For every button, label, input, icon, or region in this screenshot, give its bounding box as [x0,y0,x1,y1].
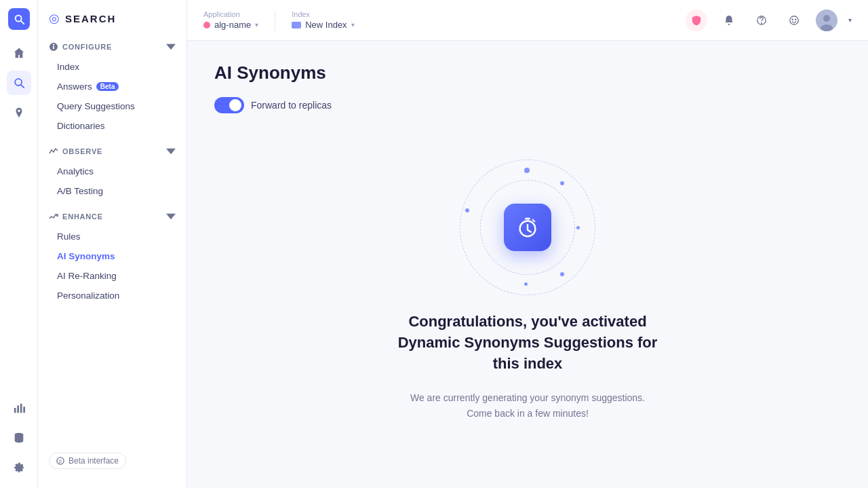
index-chevron-icon: ▾ [351,21,355,29]
sidebar: ◎ SEARCH CONFIGURE Index Answers Beta Qu… [38,0,187,488]
sidebar-footer: β Beta interface [38,445,186,477]
sidebar-item-analytics[interactable]: Analytics [38,162,186,181]
svg-line-3 [21,85,24,88]
beta-interface-button[interactable]: β Beta interface [49,453,126,469]
sidebar-item-query-suggestions[interactable]: Query Suggestions [38,96,186,116]
enhance-header[interactable]: ENHANCE [38,206,186,227]
illustration-section: Congratulations, you've activated Dynami… [214,146,841,421]
dot-right [576,226,580,229]
sidebar-item-dictionaries[interactable]: Dictionaries [38,116,186,136]
page-title: AI Synonyms [214,62,841,83]
sidebar-item-rules[interactable]: Rules [38,227,186,246]
toggle-label: Forward to replicas [251,100,332,111]
app-dot-icon [203,22,210,29]
svg-text:β: β [59,459,62,464]
dot-bottom [524,282,528,286]
timer-icon-box [504,204,551,251]
header: Application alg-name ▾ Index New Index ▾ [187,0,868,41]
observe-label: OBSERVE [62,147,102,155]
logo-icon [8,8,30,30]
shield-icon[interactable] [686,10,707,31]
svg-rect-6 [20,404,22,413]
index-label: Index [292,10,354,18]
forward-to-replicas-toggle[interactable] [214,97,244,113]
sidebar-icon-analytics[interactable] [7,396,31,420]
configure-header[interactable]: CONFIGURE [38,37,186,57]
user-chevron-icon[interactable]: ▾ [848,16,852,24]
dot-bottomright [560,272,564,276]
sidebar-icon-pin[interactable] [7,100,31,125]
svg-point-14 [792,19,793,20]
sidebar-item-personalization[interactable]: Personalization [38,286,186,305]
observe-header[interactable]: OBSERVE [38,141,186,162]
sidebar-item-ai-reranking[interactable]: AI Re-Ranking [38,266,186,286]
sidebar-icon-settings[interactable] [7,455,31,480]
bell-icon[interactable] [718,10,740,31]
index-value[interactable]: New Index ▾ [292,20,354,30]
svg-line-1 [20,21,24,24]
sidebar-item-index[interactable]: Index [38,57,186,77]
page-content: AI Synonyms Forward to replicas [187,41,868,488]
svg-point-15 [795,19,796,20]
sidebar-logo-text: SEARCH [65,13,116,24]
svg-rect-7 [23,407,25,413]
configure-section: CONFIGURE Index Answers Beta Query Sugge… [38,37,186,136]
icon-bar-bottom [7,396,31,480]
icon-bar [0,0,38,488]
sidebar-logo: ◎ SEARCH [38,11,186,37]
enhance-label: ENHANCE [62,212,103,221]
sidebar-logo-icon: ◎ [49,11,60,26]
sidebar-item-answers[interactable]: Answers Beta [38,77,186,96]
header-right: ▾ [686,10,852,31]
beta-interface-label: Beta interface [68,456,119,466]
header-divider [275,10,275,31]
sidebar-icon-database[interactable] [7,426,31,450]
svg-rect-5 [17,405,19,413]
dot-left [465,208,469,212]
dot-top [524,168,530,173]
svg-point-13 [790,16,798,24]
application-value[interactable]: alg-name ▾ [203,20,258,30]
configure-label: CONFIGURE [62,43,112,51]
svg-point-12 [762,22,762,23]
index-name: New Index [305,20,347,30]
app-chevron-icon: ▾ [255,21,258,29]
svg-rect-20 [525,218,530,220]
sidebar-item-ab-testing[interactable]: A/B Testing [38,181,186,201]
emoji-icon[interactable] [783,10,805,31]
help-icon[interactable] [751,10,772,31]
congrats-subtitle: We are currently generating your synonym… [406,390,650,421]
avatar[interactable] [816,10,837,31]
illustration-circle [460,159,595,295]
main-content: Application alg-name ▾ Index New Index ▾ [187,0,868,488]
answers-beta-badge: Beta [96,82,119,91]
index-icon [292,22,301,29]
observe-section: OBSERVE Analytics A/B Testing [38,141,186,201]
sidebar-icon-search[interactable] [7,71,31,95]
application-selector[interactable]: Application alg-name ▾ [203,10,258,30]
enhance-section: ENHANCE Rules AI Synonyms AI Re-Ranking … [38,206,186,305]
svg-rect-4 [14,408,16,413]
index-selector[interactable]: Index New Index ▾ [292,10,354,30]
application-name: alg-name [214,20,251,30]
svg-point-17 [823,15,830,22]
application-label: Application [203,10,258,18]
toggle-row: Forward to replicas [214,97,841,113]
congrats-title: Congratulations, you've activated Dynami… [385,312,670,374]
sidebar-item-ai-synonyms[interactable]: AI Synonyms [38,246,186,266]
dot-topright [560,181,564,185]
sidebar-icon-home[interactable] [7,41,31,65]
